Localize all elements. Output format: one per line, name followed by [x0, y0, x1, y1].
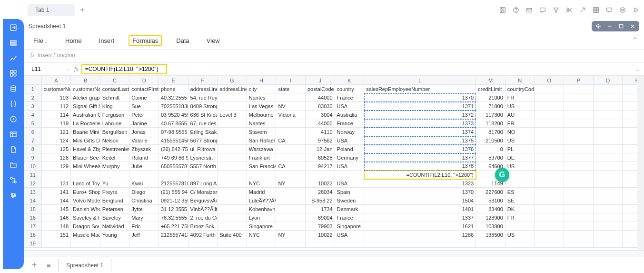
- tools-icon[interactable]: [578, 6, 587, 14]
- cell[interactable]: 148: [41, 222, 71, 231]
- cell[interactable]: Frankfurt: [247, 153, 276, 162]
- cell[interactable]: Saveley: [100, 213, 129, 222]
- flow-icon[interactable]: [9, 175, 18, 185]
- cell[interactable]: [276, 171, 306, 179]
- cell[interactable]: 1372: [364, 111, 476, 119]
- col-header-A[interactable]: A: [41, 76, 71, 85]
- col-header-K[interactable]: K: [335, 76, 364, 85]
- cell[interactable]: Melbourne: [247, 111, 276, 119]
- col-header-L[interactable]: L: [364, 76, 476, 85]
- cell[interactable]: 141: [41, 188, 71, 196]
- cell[interactable]: 114: [41, 111, 71, 119]
- cell[interactable]: Labrune: [100, 119, 129, 128]
- expand-formula-bar-icon[interactable]: ⌄: [635, 67, 639, 72]
- cell[interactable]: 79903: [305, 222, 335, 231]
- cell[interactable]: [593, 231, 623, 239]
- row-header[interactable]: 9: [24, 153, 42, 162]
- cell[interactable]: NO: [505, 128, 535, 136]
- cell[interactable]: Petersen: [100, 205, 129, 213]
- cell[interactable]: 44000: [305, 93, 335, 102]
- cell[interactable]: =COUNTIF(L2:L10, ">1200"): [364, 171, 476, 179]
- cell[interactable]: [593, 93, 623, 102]
- cell[interactable]: [564, 153, 594, 162]
- cell[interactable]: [218, 171, 247, 179]
- cell[interactable]: [535, 119, 564, 128]
- cell[interactable]: [218, 162, 247, 171]
- cell[interactable]: [218, 93, 247, 102]
- settings-icon[interactable]: [9, 191, 18, 200]
- cell[interactable]: [218, 128, 247, 136]
- cell[interactable]: Yu: [100, 179, 129, 188]
- cell[interactable]: 6505555787: [159, 162, 188, 171]
- cell[interactable]: [218, 239, 247, 248]
- cell[interactable]: Mini Gifts Distributors: [71, 136, 100, 145]
- move-icon[interactable]: [594, 22, 603, 30]
- cell[interactable]: [129, 239, 159, 248]
- cell[interactable]: 1621: [364, 222, 476, 231]
- cell[interactable]: Lyon: [247, 213, 276, 222]
- col-header-J[interactable]: J: [305, 76, 335, 85]
- cell[interactable]: [535, 222, 564, 231]
- cell[interactable]: 897 Long Airport: [188, 179, 218, 188]
- cell[interactable]: [535, 93, 564, 102]
- cell[interactable]: BerguvsvÃ¤gen: [188, 196, 218, 205]
- cell[interactable]: Ferguson: [100, 111, 129, 119]
- cell[interactable]: 145: [41, 205, 71, 213]
- cell[interactable]: 636 St Kilda Road: [188, 111, 218, 119]
- cell[interactable]: [535, 205, 564, 213]
- cell[interactable]: 103800: [476, 222, 505, 231]
- cell[interactable]: DK: [505, 205, 535, 213]
- cell[interactable]: salesRepEmployeeNumber: [364, 85, 476, 93]
- cell[interactable]: Denmark: [335, 205, 364, 213]
- layers-icon[interactable]: [9, 38, 18, 48]
- cell[interactable]: Signal Gift Stores: [71, 102, 100, 111]
- cell[interactable]: [41, 239, 71, 248]
- cell[interactable]: creditLimit: [476, 85, 505, 93]
- cell[interactable]: NY: [276, 179, 306, 188]
- cell[interactable]: USA: [335, 102, 364, 111]
- cell[interactable]: Level 3: [218, 111, 247, 119]
- cell[interactable]: Freyre: [100, 188, 129, 196]
- row-header[interactable]: 10: [24, 162, 42, 171]
- cell[interactable]: King: [100, 102, 129, 111]
- cell[interactable]: countryCode: [505, 85, 535, 93]
- cell[interactable]: 131: [41, 179, 71, 188]
- cell[interactable]: [218, 179, 247, 188]
- cell[interactable]: SE: [505, 196, 535, 205]
- braces-icon[interactable]: [9, 99, 18, 109]
- cell[interactable]: customerNumber: [41, 85, 71, 93]
- cell[interactable]: Saveley & Henriot: [71, 213, 100, 222]
- cell[interactable]: [564, 119, 594, 128]
- cell[interactable]: Keitel: [100, 153, 129, 162]
- cell[interactable]: Land of Toys: [71, 179, 100, 188]
- col-header-E[interactable]: E: [159, 76, 188, 85]
- cell[interactable]: [593, 85, 623, 93]
- cell[interactable]: [564, 145, 594, 153]
- cell[interactable]: phone: [159, 85, 188, 93]
- cell[interactable]: 124: [41, 136, 71, 145]
- cell[interactable]: San Rafael: [247, 136, 276, 145]
- col-header-H[interactable]: H: [247, 76, 276, 85]
- cell[interactable]: [218, 188, 247, 196]
- cell[interactable]: 121: [41, 128, 71, 136]
- play-icon[interactable]: [632, 6, 640, 14]
- cell[interactable]: [593, 196, 623, 205]
- close-icon[interactable]: [628, 22, 637, 30]
- name-box[interactable]: [29, 65, 63, 73]
- cell[interactable]: 97562: [305, 136, 335, 145]
- cell[interactable]: [276, 196, 306, 205]
- menu-formulas[interactable]: Formulas: [129, 35, 162, 46]
- cell[interactable]: Piestrzeniewicz: [100, 145, 129, 153]
- grammarly-badge[interactable]: G: [495, 168, 509, 182]
- cell[interactable]: 1377: [364, 153, 476, 162]
- cell[interactable]: 53100: [476, 196, 505, 205]
- cell[interactable]: [535, 136, 564, 145]
- cell[interactable]: 117300: [476, 111, 505, 119]
- cell[interactable]: [593, 153, 623, 162]
- cell[interactable]: +49 69 66 90: [159, 153, 188, 162]
- cell[interactable]: state: [276, 85, 306, 93]
- cell[interactable]: [564, 162, 594, 171]
- cell[interactable]: 1378: [364, 162, 476, 171]
- cell[interactable]: Jonas: [129, 128, 159, 136]
- row-header[interactable]: 1: [24, 85, 42, 93]
